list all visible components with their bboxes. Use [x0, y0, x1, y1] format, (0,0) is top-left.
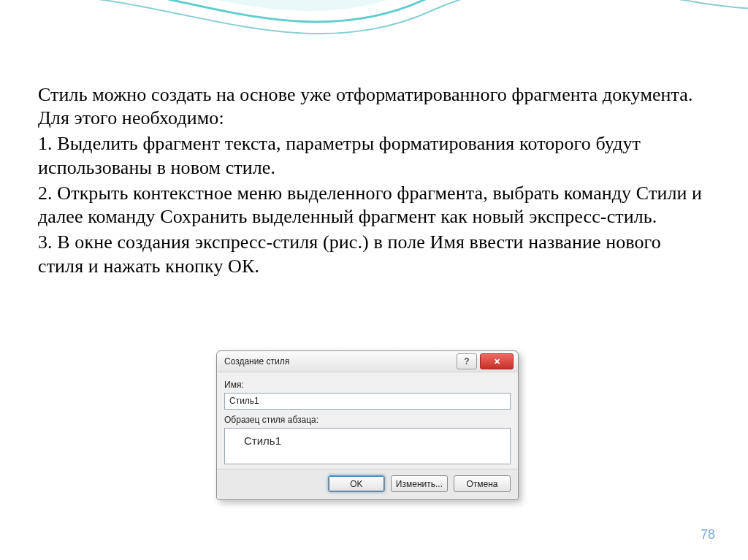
paragraph-intro: Стиль можно создать на основе уже отформ… — [38, 83, 710, 130]
dialog-button-row: OK Изменить... Отмена — [217, 469, 518, 499]
style-preview: Стиль1 — [224, 428, 511, 464]
page-number: 78 — [701, 527, 715, 542]
slide: Стиль можно создать на основе уже отформ… — [0, 0, 748, 560]
paragraph-step1: 1. Выделить фрагмент текста, параметры ф… — [38, 132, 710, 179]
dialog-body: Имя: Стиль1 Образец стиля абзаца: Стиль1 — [217, 372, 518, 469]
close-icon: ✕ — [494, 358, 500, 366]
ok-button[interactable]: OK — [328, 475, 385, 492]
cancel-button[interactable]: Отмена — [454, 475, 511, 492]
name-label: Имя: — [224, 380, 511, 390]
dialog-titlebar: Создание стиля ? ✕ — [217, 351, 518, 372]
preview-text: Стиль1 — [244, 434, 281, 447]
preview-label: Образец стиля абзаца: — [224, 415, 511, 425]
modify-button[interactable]: Изменить... — [391, 475, 448, 492]
help-icon: ? — [464, 356, 469, 367]
paragraph-step2: 2. Открыть контекстное меню выделенного … — [38, 182, 710, 229]
decorative-wave — [0, 0, 748, 80]
body-text: Стиль можно создать на основе уже отформ… — [38, 83, 710, 280]
close-button[interactable]: ✕ — [480, 353, 514, 369]
name-input-value: Стиль1 — [229, 396, 259, 406]
name-input[interactable]: Стиль1 — [224, 393, 511, 410]
dialog-screenshot: Создание стиля ? ✕ Имя: Стиль1 Образец с… — [216, 350, 519, 500]
help-button[interactable]: ? — [457, 353, 477, 369]
dialog-title: Создание стиля — [224, 356, 454, 367]
create-style-dialog: Создание стиля ? ✕ Имя: Стиль1 Образец с… — [216, 350, 519, 500]
paragraph-step3: 3. В окне создания экспресс-стиля (рис.)… — [38, 231, 710, 277]
